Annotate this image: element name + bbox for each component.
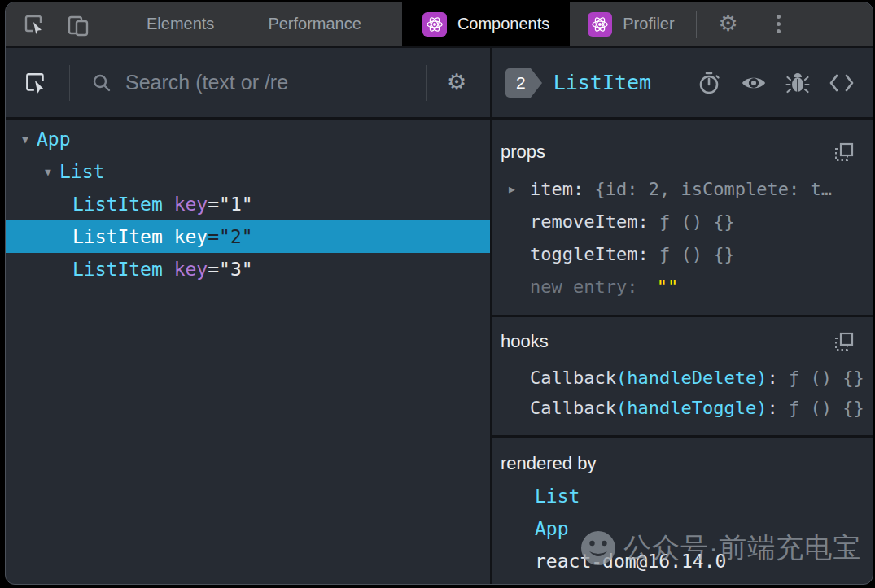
inspect-dom-eye-icon[interactable] xyxy=(741,70,767,96)
prop-name: toggleItem xyxy=(530,244,637,264)
hook-row-handletoggle[interactable]: Callback(handleToggle): ƒ () {} xyxy=(492,393,873,423)
toolbar-separator xyxy=(696,11,697,38)
devtools-window: Elements Performance Components xyxy=(5,2,873,585)
component-name: ListItem xyxy=(72,259,163,280)
component-name: ListItem xyxy=(72,194,163,215)
settings-gear-icon[interactable]: ⚙ xyxy=(715,11,742,38)
component-name: List xyxy=(59,161,104,182)
hook-value: ƒ () {} xyxy=(789,368,864,388)
react-dom-version: react-dom@16.14.0 xyxy=(535,551,726,572)
inspect-element-icon[interactable] xyxy=(20,11,48,38)
key-value: ="1" xyxy=(208,194,252,215)
prop-row-toggleitem[interactable]: toggleItem: ƒ () {} xyxy=(492,237,873,270)
debug-bug-icon[interactable] xyxy=(785,70,811,96)
hooks-section: hooks Callback(handleDelete): ƒ () {} Ca… xyxy=(492,317,873,438)
prop-value: {id: 2, isComplete: t… xyxy=(594,179,831,199)
details-header: 2 ListItem xyxy=(492,48,873,120)
key-value: ="2" xyxy=(208,226,252,247)
devtools-screen: Elements Performance Components xyxy=(0,0,875,588)
tab-performance[interactable]: Performance xyxy=(268,15,361,33)
owners-count-badge: 2 xyxy=(505,68,531,98)
props-section-title: props xyxy=(501,142,545,163)
search-icon xyxy=(88,69,116,97)
component-tree: ▼App ▼List ListItem key="1" ListItem key… xyxy=(6,120,490,584)
device-toolbar-icon[interactable] xyxy=(64,11,92,38)
prop-value: ƒ () {} xyxy=(659,244,735,264)
search-input[interactable] xyxy=(125,71,426,94)
owner-link-app[interactable]: App xyxy=(535,518,569,539)
prop-value: ƒ () {} xyxy=(659,211,735,232)
component-name: ListItem xyxy=(72,226,163,247)
tree-toolbar: ⚙ xyxy=(6,48,490,120)
hook-callback-name: (handleToggle) xyxy=(616,398,767,418)
hook-name: Callback xyxy=(530,398,616,418)
tab-components-label: Components xyxy=(457,15,549,33)
key-value: ="3" xyxy=(208,259,252,280)
tree-row-app[interactable]: ▼App xyxy=(6,123,490,155)
rendered-by-title: rendered by xyxy=(501,453,596,474)
react-atom-icon xyxy=(422,12,447,37)
key-attribute: key xyxy=(174,259,208,280)
components-tree-panel: ⚙ ▼App ▼List ListItem key="1" ListItem k… xyxy=(6,48,490,584)
expand-arrow-icon[interactable]: ▼ xyxy=(37,166,59,178)
key-attribute: key xyxy=(174,194,208,215)
tree-row-listitem-3[interactable]: ListItem key="3" xyxy=(6,253,490,285)
tab-components[interactable]: Components xyxy=(402,2,570,46)
tab-elements[interactable]: Elements xyxy=(147,15,214,33)
component-details-panel: 2 ListItem xyxy=(492,48,873,584)
tree-row-listitem-2-selected[interactable]: ListItem key="2" xyxy=(6,220,490,253)
rendered-by-section: rendered by List App react-dom@16.14.0 xyxy=(492,438,873,584)
prop-row-item[interactable]: ▶item: {id: 2, isComplete: t… xyxy=(492,172,873,205)
react-atom-icon xyxy=(588,12,612,37)
hooks-section-title: hooks xyxy=(501,331,549,352)
props-section: props ▶item: {id: 2, isComplete: t… remo… xyxy=(492,120,873,317)
component-name: App xyxy=(37,128,71,150)
prop-name: item xyxy=(530,179,573,199)
hook-value: ƒ () {} xyxy=(789,398,864,418)
copy-hooks-icon[interactable] xyxy=(834,332,854,351)
tree-row-list[interactable]: ▼List xyxy=(6,155,490,188)
browser-devtools-toolbar: Elements Performance Components xyxy=(6,2,873,48)
expand-arrow-icon[interactable]: ▼ xyxy=(14,133,37,146)
devtools-main: ⚙ ▼App ▼List ListItem key="1" ListItem k… xyxy=(6,48,873,584)
toolbar-separator xyxy=(426,65,427,101)
more-options-icon[interactable] xyxy=(773,11,784,37)
expand-arrow-icon[interactable]: ▶ xyxy=(509,183,530,195)
new-entry-label: new entry xyxy=(530,277,627,297)
hook-row-handledelete[interactable]: Callback(handleDelete): ƒ () {} xyxy=(492,363,873,393)
toolbar-separator xyxy=(69,65,70,101)
tab-profiler-label: Profiler xyxy=(623,15,674,33)
prop-row-removeitem[interactable]: removeItem: ƒ () {} xyxy=(492,205,873,237)
selected-component-title: ListItem xyxy=(553,71,651,94)
new-entry-value[interactable]: "" xyxy=(657,277,679,297)
tree-settings-gear-icon[interactable]: ⚙ xyxy=(443,69,470,97)
tab-profiler[interactable]: Profiler xyxy=(570,2,692,46)
prop-row-new-entry[interactable]: new entry: "" xyxy=(492,270,873,303)
view-source-code-icon[interactable] xyxy=(829,70,855,96)
select-component-icon[interactable] xyxy=(22,69,50,97)
prop-name: removeItem xyxy=(530,211,637,232)
suspend-timer-icon[interactable] xyxy=(697,70,723,96)
toolbar-separator xyxy=(107,11,107,38)
owner-link-list[interactable]: List xyxy=(535,486,580,507)
copy-props-icon[interactable] xyxy=(834,142,854,162)
hook-name: Callback xyxy=(530,368,616,388)
tree-row-listitem-1[interactable]: ListItem key="1" xyxy=(6,188,490,220)
hook-callback-name: (handleDelete) xyxy=(616,368,767,388)
key-attribute: key xyxy=(174,226,208,247)
